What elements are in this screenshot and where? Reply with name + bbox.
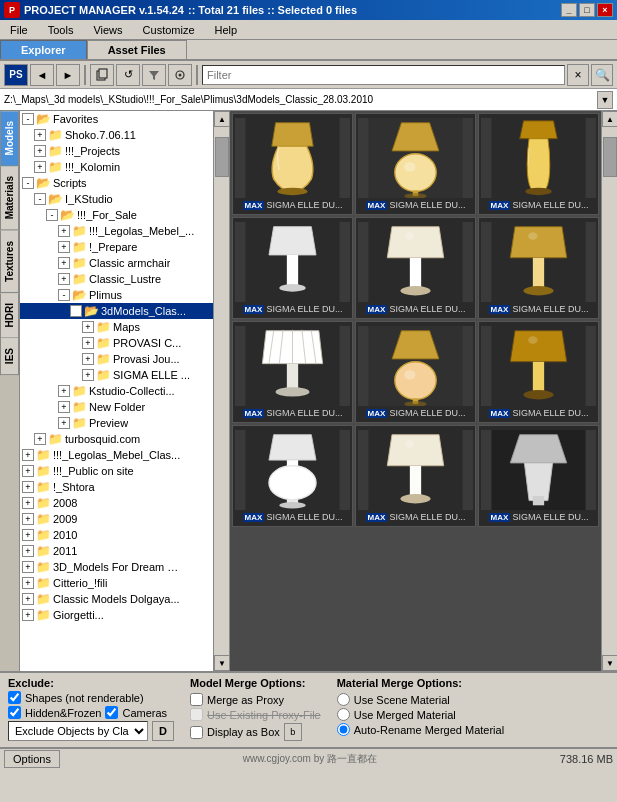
side-tab-models[interactable]: Models — [0, 111, 19, 166]
menu-file[interactable]: File — [4, 22, 34, 38]
tree-item[interactable]: +📁Kstudio-Collecti... — [20, 383, 213, 399]
use-scene-radio[interactable] — [337, 693, 350, 706]
tree-item[interactable]: +📁!!!_Kolomin — [20, 159, 213, 175]
tree-scroll-thumb[interactable] — [215, 137, 229, 177]
file-item[interactable]: MAX SIGMA ELLE DU... — [232, 321, 353, 423]
grid-scroll-up[interactable]: ▲ — [602, 111, 617, 127]
menu-tools[interactable]: Tools — [42, 22, 80, 38]
tree-expand-icon[interactable]: + — [22, 513, 34, 525]
tree-expand-icon[interactable]: + — [22, 609, 34, 621]
tree-expand-icon[interactable]: + — [58, 273, 70, 285]
tree-expand-icon[interactable]: + — [22, 465, 34, 477]
tree-item[interactable]: +📁!_Prepare — [20, 239, 213, 255]
tree-scroll-down[interactable]: ▼ — [214, 655, 230, 671]
tree-expand-icon[interactable]: + — [22, 449, 34, 461]
ps-button[interactable]: PS — [4, 64, 28, 86]
back-button[interactable]: ◄ — [30, 64, 54, 86]
tree-scrollbar[interactable]: ▲ ▼ — [213, 111, 229, 671]
tree-expand-icon[interactable]: + — [82, 337, 94, 349]
file-item[interactable]: MAX SIGMA ELLE DU... — [232, 217, 353, 319]
display-box-checkbox[interactable] — [190, 726, 203, 739]
tree-expand-icon[interactable]: + — [22, 577, 34, 589]
file-item[interactable]: MAX SIGMA ELLE DU... — [478, 217, 599, 319]
forward-button[interactable]: ► — [56, 64, 80, 86]
tree-item[interactable]: +📁Preview — [20, 415, 213, 431]
tree-expand-icon[interactable]: - — [22, 113, 34, 125]
tree-expand-icon[interactable]: + — [22, 593, 34, 605]
tree-item[interactable]: -📂Favorites — [20, 111, 213, 127]
tree-expand-icon[interactable]: - — [58, 289, 70, 301]
tree-item[interactable]: +📁SIGMA ELLE ... — [20, 367, 213, 383]
tree-expand-icon[interactable]: + — [58, 225, 70, 237]
tree-item[interactable]: +📁Maps — [20, 319, 213, 335]
file-item[interactable]: MAX SIGMA ELLE DU... — [478, 113, 599, 215]
filter-button[interactable] — [142, 64, 166, 86]
tree-expand-icon[interactable]: - — [46, 209, 58, 221]
file-item[interactable]: MAX SIGMA ELLE DU... — [355, 321, 476, 423]
tree-item[interactable]: +📁2010 — [20, 527, 213, 543]
tree-expand-icon[interactable]: - — [34, 193, 46, 205]
tree-expand-icon[interactable]: + — [58, 401, 70, 413]
side-tab-ies[interactable]: IES — [0, 338, 19, 375]
tree-item[interactable]: +📁!!!_Projects — [20, 143, 213, 159]
exclude-class-dropdown[interactable]: Exclude Objects by Class — [8, 721, 148, 741]
grid-scroll-down[interactable]: ▼ — [602, 655, 617, 671]
tree-item[interactable]: +📁2009 — [20, 511, 213, 527]
tree-expand-icon[interactable]: + — [22, 497, 34, 509]
close-button[interactable]: × — [597, 3, 613, 17]
shapes-checkbox[interactable] — [8, 691, 21, 704]
tree-expand-icon[interactable]: + — [34, 129, 46, 141]
search-clear-button[interactable]: × — [567, 64, 589, 86]
file-item[interactable]: MAX SIGMA ELLE DU... — [232, 113, 353, 215]
tree-expand-icon[interactable]: + — [22, 529, 34, 541]
maximize-button[interactable]: □ — [579, 3, 595, 17]
tree-item[interactable]: +📁3D_Models For Dream M... — [20, 559, 213, 575]
tree-expand-icon[interactable]: + — [58, 257, 70, 269]
tree-item[interactable]: -📂3dModels_Clas... — [20, 303, 213, 319]
tree-item[interactable]: -📂I_KStudio — [20, 191, 213, 207]
tree-item[interactable]: +📁Citterio_!fili — [20, 575, 213, 591]
b-button[interactable]: b — [284, 723, 302, 741]
search-input[interactable] — [202, 65, 565, 85]
tree-item[interactable]: +📁!_Shtora — [20, 479, 213, 495]
tree-item[interactable]: +📁New Folder — [20, 399, 213, 415]
tree-item[interactable]: -📂Scripts — [20, 175, 213, 191]
grid-scrollbar[interactable]: ▲ ▼ — [601, 111, 617, 671]
hidden-checkbox[interactable] — [8, 706, 21, 719]
path-dropdown[interactable]: ▼ — [597, 91, 613, 109]
tree-expand-icon[interactable]: + — [58, 241, 70, 253]
file-item[interactable]: MAX SIGMA ELLE DU... — [355, 217, 476, 319]
tree-expand-icon[interactable]: + — [34, 161, 46, 173]
file-item[interactable]: MAX SIGMA ELLE DU... — [355, 425, 476, 527]
tree-expand-icon[interactable]: + — [58, 385, 70, 397]
tab-explorer[interactable]: Explorer — [0, 40, 87, 59]
menu-help[interactable]: Help — [209, 22, 244, 38]
side-tab-textures[interactable]: Textures — [0, 231, 19, 293]
tree-expand-icon[interactable]: - — [70, 305, 82, 317]
tree-item[interactable]: -📂!!!_For_Sale — [20, 207, 213, 223]
tree-expand-icon[interactable]: + — [34, 433, 46, 445]
tree-expand-icon[interactable]: + — [22, 561, 34, 573]
merge-proxy-checkbox[interactable] — [190, 693, 203, 706]
tree-item[interactable]: +📁Classic Models Dolgaya... — [20, 591, 213, 607]
tree-item[interactable]: +📁turbosquid.com — [20, 431, 213, 447]
side-tab-materials[interactable]: Materials — [0, 166, 19, 230]
tree-expand-icon[interactable]: - — [22, 177, 34, 189]
minimize-button[interactable]: _ — [561, 3, 577, 17]
grid-scroll-track[interactable] — [602, 127, 617, 655]
tree-item[interactable]: +📁2011 — [20, 543, 213, 559]
tree-expand-icon[interactable]: + — [22, 481, 34, 493]
file-item[interactable]: MAX SIGMA ELLE DU... — [478, 321, 599, 423]
auto-rename-radio[interactable] — [337, 723, 350, 736]
view-button[interactable] — [168, 64, 192, 86]
tree-item[interactable]: +📁PROVASI C... — [20, 335, 213, 351]
tab-asset-files[interactable]: Asset Files — [87, 40, 187, 59]
use-existing-checkbox[interactable] — [190, 708, 203, 721]
tree-item[interactable]: +📁!!!_Public on site — [20, 463, 213, 479]
options-button[interactable]: Options — [4, 750, 60, 768]
side-tab-hdri[interactable]: HDRI — [0, 293, 19, 338]
cameras-checkbox[interactable] — [105, 706, 118, 719]
tree-item[interactable]: +📁Provasi Jou... — [20, 351, 213, 367]
file-item[interactable]: MAX SIGMA ELLE DU... — [232, 425, 353, 527]
menu-views[interactable]: Views — [87, 22, 128, 38]
